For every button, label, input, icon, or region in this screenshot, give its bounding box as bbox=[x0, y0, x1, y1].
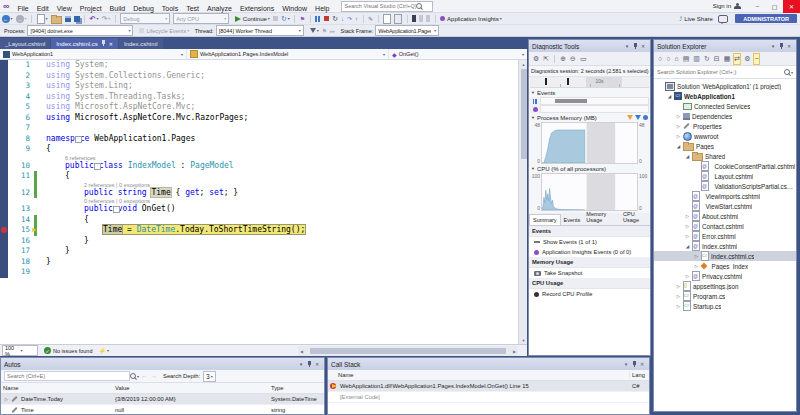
se-sync-active-document-icon[interactable]: ⇄ bbox=[734, 54, 740, 64]
code-line[interactable]: 11{ bbox=[0, 171, 527, 182]
breakpoint-margin[interactable] bbox=[0, 257, 8, 268]
pin-icon[interactable] bbox=[101, 40, 106, 48]
call-stack-frame-row[interactable]: WebApplication1.dll!WebApplication1.Page… bbox=[328, 381, 649, 392]
se-refresh-icon[interactable]: ↻ bbox=[704, 54, 710, 64]
events-section-header[interactable]: ▼Events bbox=[529, 88, 650, 97]
pause-icon[interactable] bbox=[315, 14, 321, 24]
tab-index.cshtml[interactable]: Index.cshtml bbox=[119, 38, 163, 49]
tree-item-contact-cshtml[interactable]: ▷Contact.cshtml bbox=[654, 221, 796, 231]
tree-item-about-cshtml[interactable]: ▷About.cshtml bbox=[654, 211, 796, 221]
record-cpu-profile-link[interactable]: Record CPU Profile bbox=[529, 289, 650, 299]
tree-item-index-cshtml[interactable]: ◢Index.cshtml bbox=[654, 241, 796, 251]
maximize-button[interactable]: ▢ bbox=[766, 0, 783, 13]
autos-row[interactable]: Timenullstring bbox=[1, 405, 324, 414]
breadcrumb-project[interactable]: WebApplication1▾ bbox=[0, 49, 187, 59]
se-preview-selected-icon[interactable]: − bbox=[754, 54, 758, 64]
tree-item-privacy-cshtml[interactable]: ▷Privacy.cshtml bbox=[654, 271, 796, 281]
snapshot-filter-icon[interactable] bbox=[627, 115, 633, 120]
code-line[interactable]: 17} bbox=[0, 246, 527, 257]
breakpoint-margin[interactable] bbox=[0, 188, 8, 199]
search-depth-dropdown[interactable]: 3▾ bbox=[203, 371, 216, 382]
editor-horizontal-scrollbar[interactable]: ◀ ▶ bbox=[298, 346, 518, 356]
cpu-section-header[interactable]: ▼CPU (% of all processors) bbox=[529, 164, 650, 173]
process-memory-chart[interactable] bbox=[541, 122, 638, 164]
se-collapse-all-icon[interactable]: ⊟ bbox=[714, 54, 720, 64]
feedback-icon[interactable] bbox=[718, 15, 728, 23]
fold-marker-icon[interactable]: - bbox=[75, 136, 82, 143]
breakpoint-margin[interactable] bbox=[0, 204, 8, 215]
column-header-value[interactable]: Value bbox=[113, 385, 269, 391]
code-line[interactable]: 5using Microsoft.AspNetCore.Mvc; bbox=[0, 102, 527, 113]
close-button[interactable]: ✕ bbox=[783, 0, 800, 13]
column-header-type[interactable]: Type bbox=[269, 385, 324, 391]
expander-icon[interactable]: ▷ bbox=[684, 234, 691, 239]
account-administrator-button[interactable]: ADMINISTRATOR bbox=[735, 14, 797, 23]
column-header-lang[interactable]: Lang bbox=[629, 372, 649, 378]
expander-icon[interactable]: ▷ bbox=[675, 114, 682, 119]
se-properties-icon[interactable]: ⚙ bbox=[744, 54, 750, 64]
breakpoint-margin[interactable] bbox=[0, 92, 8, 103]
code-line[interactable]: 7 bbox=[0, 123, 527, 134]
diag-tab-events[interactable]: Events bbox=[561, 215, 584, 225]
solution-explorer-search[interactable]: ▾ bbox=[654, 66, 796, 79]
tree-item-connected-services[interactable]: Connected Services bbox=[654, 101, 796, 111]
autos-search-input[interactable] bbox=[4, 371, 130, 381]
breakpoint-margin[interactable] bbox=[0, 215, 8, 226]
tree-item-error-cshtml[interactable]: ▷Error.cshtml bbox=[654, 231, 796, 241]
doc-compare-icon[interactable] bbox=[394, 14, 402, 24]
close-panel-icon[interactable]: ✕ bbox=[638, 361, 646, 367]
breakpoint-margin[interactable] bbox=[0, 246, 8, 257]
diagnostic-tools-title-bar[interactable]: Diagnostic Tools ▾ ✕ bbox=[529, 40, 650, 52]
expander-icon[interactable]: ▷ bbox=[3, 397, 10, 402]
breakpoint-margin[interactable] bbox=[0, 71, 8, 82]
tree-item-dependencies[interactable]: ▷Dependencies bbox=[654, 111, 796, 121]
solution-search-input[interactable] bbox=[657, 69, 784, 75]
breakpoint-margin[interactable] bbox=[0, 113, 8, 124]
breakpoint-margin[interactable] bbox=[0, 267, 8, 278]
search-next-icon[interactable]: → bbox=[151, 373, 157, 379]
fold-marker-icon[interactable]: - bbox=[113, 206, 120, 213]
autos-row[interactable]: ▷DateTime.Today{3/8/2019 12:00:00 AM}Sys… bbox=[1, 394, 324, 405]
code-line[interactable]: 15Time = DateTime.Today.ToShortTimeStrin… bbox=[0, 225, 527, 236]
breakpoint-margin[interactable] bbox=[0, 102, 8, 113]
break-all-icon[interactable] bbox=[273, 14, 278, 24]
continue-button[interactable]: Continue▾ bbox=[235, 14, 270, 24]
expander-icon[interactable]: ▷ bbox=[693, 264, 700, 269]
step-into-icon[interactable]: ↓ bbox=[341, 14, 344, 24]
bookmark-icon[interactable] bbox=[412, 14, 416, 24]
expander-icon[interactable]: ▷ bbox=[684, 224, 691, 229]
solution-explorer-title-bar[interactable]: Solution Explorer ▾ ✕ bbox=[654, 40, 796, 52]
expander-icon[interactable]: ▷ bbox=[675, 134, 682, 139]
tree-item--layout-cshtml[interactable]: _Layout.cshtml bbox=[654, 171, 796, 181]
zoom-out-icon[interactable]: ⊖ bbox=[570, 54, 576, 64]
code-line[interactable]: 18} bbox=[0, 257, 527, 268]
expander-icon[interactable]: ◢ bbox=[684, 154, 691, 159]
menu-view[interactable]: View bbox=[53, 5, 76, 12]
call-stack-frame-row[interactable]: [External Code] bbox=[328, 392, 649, 403]
menu-help[interactable]: Help bbox=[311, 5, 333, 12]
export-icon[interactable]: ⇱ bbox=[543, 54, 549, 64]
scroll-left-icon[interactable]: ◀ bbox=[298, 349, 305, 354]
search-input[interactable] bbox=[344, 3, 416, 9]
tree-item-wwwroot[interactable]: ▷wwwroot bbox=[654, 131, 796, 141]
breakpoint-margin[interactable] bbox=[0, 134, 8, 145]
expander-icon[interactable]: ▷ bbox=[675, 284, 682, 289]
memory-filter-icon[interactable] bbox=[635, 115, 641, 120]
scroll-right-icon[interactable]: ▶ bbox=[511, 349, 518, 354]
stack-frame-dropdown[interactable]: WebApplication1.Pages.IndexModel.OnGe▾ bbox=[375, 25, 439, 36]
close-tab-icon[interactable]: ✕ bbox=[109, 41, 113, 47]
se-forward-icon[interactable]: ○ bbox=[666, 54, 670, 64]
expander-icon[interactable]: ▷ bbox=[693, 254, 700, 259]
solution-platform-dropdown[interactable]: Any CPU▾ bbox=[173, 13, 229, 24]
live-share-button[interactable]: ⤴Live Share bbox=[679, 14, 713, 24]
tree-item-webapplication1[interactable]: ◢C#WebApplication1 bbox=[654, 91, 796, 101]
code-line[interactable]: 8-namespace WebApplication1.Pages bbox=[0, 134, 527, 145]
show-next-statement-icon[interactable]: ✎ bbox=[368, 14, 373, 24]
close-panel-icon[interactable]: ✕ bbox=[313, 361, 321, 367]
quick-search-box[interactable] bbox=[341, 1, 433, 12]
pin-icon[interactable] bbox=[630, 361, 638, 368]
code-line[interactable]: 2using System.Collections.Generic; bbox=[0, 71, 527, 82]
diag-tab-memory-usage[interactable]: Memory Usage bbox=[583, 209, 620, 225]
window-position-icon[interactable]: ▾ bbox=[297, 361, 305, 367]
filter-threads-icon[interactable]: ▾ bbox=[310, 26, 319, 36]
